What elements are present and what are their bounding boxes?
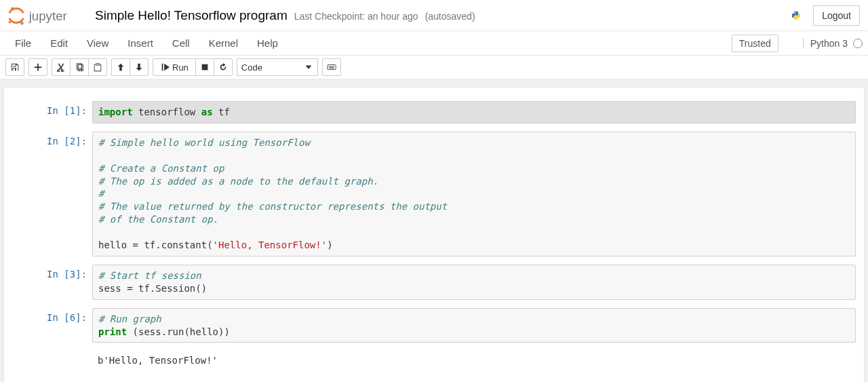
cut-button[interactable] [52,58,71,76]
run-button[interactable]: Run [153,58,196,76]
code-input[interactable]: # Start tf session sess = tf.Session() [92,265,856,300]
chevron-down-icon [304,62,313,72]
input-prompt: In [2]: [12,132,92,256]
code-input[interactable]: # Run graph print (sess.run(hello)) [92,308,856,343]
run-icon [160,62,170,72]
keyboard-icon [327,62,336,72]
code-cell[interactable]: In [2]:# Simple hello world using Tensor… [12,132,856,256]
stop-icon [200,62,210,72]
plus-icon [33,62,43,72]
svg-rect-5 [328,65,336,70]
insert-cell-button[interactable] [28,58,47,76]
code-input[interactable]: # Simple hello world using TensorFlow # … [92,132,856,256]
cell-output: b'Hello, TensorFlow!' [92,351,856,370]
code-input[interactable]: import tensorflow as tf [92,101,856,123]
svg-rect-10 [329,67,334,68]
menu-kernel[interactable]: Kernel [199,33,248,53]
copy-button[interactable] [70,58,89,76]
header-bar: jupyter Simple Hello! Tensorflow program… [0,0,868,31]
menu-view[interactable]: View [77,33,118,53]
cell-type-value: Code [241,62,262,73]
output-cell: b'Hello, TensorFlow!' [12,351,856,370]
move-down-button[interactable] [130,58,149,76]
interrupt-button[interactable] [195,58,214,76]
svg-rect-6 [328,66,329,66]
menu-cell[interactable]: Cell [163,33,199,53]
menu-file[interactable]: File [9,33,41,53]
cell-type-select[interactable]: Code [237,58,318,76]
kernel-name: Python 3 [810,38,848,49]
menu-bar: FileEditViewInsertCellKernelHelp Trusted… [0,31,868,56]
restart-icon [218,62,228,72]
arrow-up-icon [116,62,125,72]
kernel-indicator[interactable]: Python 3 [803,38,863,49]
output-prompt [12,351,92,370]
move-up-button[interactable] [111,58,130,76]
save-icon [10,62,20,72]
logout-button[interactable]: Logout [813,5,860,26]
cut-icon [56,62,66,72]
tool-bar: Run Code [0,56,868,79]
svg-rect-9 [333,66,334,66]
restart-button[interactable] [214,58,233,76]
python-logo-icon [791,11,813,20]
code-cell[interactable]: In [1]:import tensorflow as tf [12,101,856,123]
arrow-down-icon [134,62,144,72]
run-label: Run [172,62,189,73]
svg-point-1 [20,21,24,24]
save-button[interactable] [5,58,24,76]
input-prompt: In [1]: [12,101,92,123]
code-cell[interactable]: In [3]:# Start tf session sess = tf.Sess… [12,265,856,300]
kernel-status-icon [853,39,863,48]
menu-edit[interactable]: Edit [41,33,77,53]
menu-help[interactable]: Help [248,33,288,53]
copy-icon [75,62,84,72]
trusted-indicator[interactable]: Trusted [732,35,778,52]
paste-button[interactable] [88,58,107,76]
svg-rect-7 [330,66,331,66]
notebook-title[interactable]: Simple Hello! Tensorflow program [95,8,288,23]
paste-icon [93,62,102,72]
jupyter-logo[interactable]: jupyter [5,6,85,25]
menu-insert[interactable]: Insert [118,33,163,53]
autosave-text: (autosaved) [425,11,475,22]
notebook: In [1]:import tensorflow as tfIn [2]:# S… [4,88,864,382]
svg-rect-4 [201,64,208,71]
input-prompt: In [3]: [12,265,92,300]
notebook-container: In [1]:import tensorflow as tfIn [2]:# S… [0,79,868,382]
code-cell[interactable]: In [6]:# Run graph print (sess.run(hello… [12,308,856,343]
svg-text:jupyter: jupyter [28,8,67,22]
input-prompt: In [6]: [12,308,92,343]
svg-rect-8 [332,66,332,66]
checkpoint-text: Last Checkpoint: an hour ago [294,11,418,22]
command-palette-button[interactable] [322,58,341,76]
svg-point-2 [9,21,11,23]
